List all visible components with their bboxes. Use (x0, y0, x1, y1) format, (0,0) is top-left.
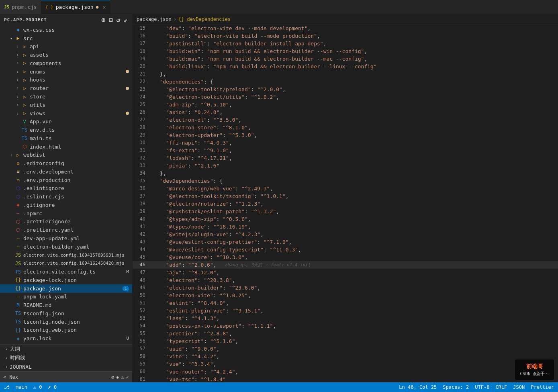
outline-section[interactable]: 大纲 (0, 345, 132, 353)
tree-item-packagelock[interactable]: {} package-lock.json (0, 276, 132, 284)
tree-item-label: webdist (23, 152, 45, 158)
tree-item-components[interactable]: ▷ components (0, 59, 132, 67)
tree-item-tsconfigjson[interactable]: TS tsconfig.json (0, 309, 132, 318)
new-folder-icon[interactable]: ⊟ (109, 16, 113, 24)
changes-badge: 1 (123, 286, 129, 291)
code-line-16: 16 "build": "electron-vite build --mode … (133, 32, 558, 40)
yml-file-icon: — (14, 294, 22, 300)
tree-item-views[interactable]: ▷ views (0, 109, 132, 118)
tab-pnpm[interactable]: JS pnpm.cjs (0, 0, 41, 14)
tree-item-tsconfignode[interactable]: TS tsconfig.node.json (0, 318, 132, 326)
tree-item-label: pnpm-lock.yaml (23, 294, 67, 300)
code-line-50: 50 "electron-vite": "^1.0.25", (133, 292, 558, 299)
watermark-line1: 前端哥 (520, 363, 549, 371)
tree-item-npmrc[interactable]: — .npmrc (0, 209, 132, 218)
tree-item-wx-css[interactable]: ◈ wx-css.css (0, 26, 132, 34)
tree-item-eslintignore[interactable]: ⬡ .eslintignore (0, 184, 132, 193)
tree-item-label: main.ts (30, 135, 52, 141)
eslint-file-icon: ⬡ (14, 194, 22, 200)
tree-item-eslintrc[interactable]: ⬡ .eslintrc.cjs (0, 192, 132, 201)
tree-item-electronvitets[interactable]: TS electron.vite.config.ts M (0, 267, 132, 276)
tree-item-enums[interactable]: ▷ enums (0, 67, 132, 76)
status-bar: ⎇ main ⚠ 0 ✗ 0 Ln 46, Col 25 Spaces: 2 U… (0, 382, 558, 392)
tree-item-electronbuilder[interactable]: — electron-builder.yaml (0, 243, 132, 251)
code-line-56: 56 "typescript": "^5.1.6", (133, 337, 558, 345)
folder-icon: ▷ (21, 60, 28, 66)
tree-item-api[interactable]: ▷ api (0, 43, 132, 51)
code-line-22: 22 "dependencies": { (133, 78, 558, 86)
json-file-icon: {} (14, 277, 22, 283)
folder-icon: ▷ (21, 69, 28, 74)
collapse-icon[interactable]: ↙ (124, 16, 128, 24)
tab-package-json[interactable]: { } package.json ● × (41, 0, 110, 14)
cursor-position: Ln 46, Col 25 (399, 384, 437, 390)
tree-item-editorconfig[interactable]: ⚙ .editorconfig (0, 159, 132, 167)
code-line-47: 47 "ajv": "^8.12.0", (133, 269, 558, 276)
refresh-icon[interactable]: ↺ (117, 16, 121, 24)
breadcrumb-symbol: {} devDependencies (178, 16, 231, 22)
code-line-36: 36 "@arco-design/web-vue": "^2.49.3", (133, 185, 558, 192)
code-line-20: 20 "build:linux": "npm run build && elec… (133, 63, 558, 70)
md-file-icon: M (14, 302, 22, 308)
tree-item-prettierignore[interactable]: ⬡ .prettierignore (0, 218, 132, 226)
code-line-28: 28 "electron-store": "^8.1.0", (133, 124, 558, 131)
code-line-15: 15 "dev": "electron-vite dev --mode deve… (133, 24, 558, 32)
journal-label: JOURNAL (10, 364, 32, 370)
tree-item-electronvite2[interactable]: JS electron.vite.config.1694162458420.mj… (0, 259, 132, 267)
tree-item-assets[interactable]: ▷ assets (0, 51, 132, 59)
tree-item-tsconfigweb[interactable]: {} tsconfig.web.json (0, 326, 132, 335)
warnings-count: ⚠ 0 (33, 384, 42, 390)
tree-item-router[interactable]: ▷ router (0, 84, 132, 92)
chevron-icon (3, 365, 10, 369)
sidebar: PC-APP-PROJECT ⊕ ⊟ ↺ ↙ ◈ wx-css.css ▶ sr… (0, 14, 133, 382)
ts-file-icon: TS (21, 135, 28, 141)
tree-item-label: tsconfig.json (23, 310, 64, 316)
journal-section[interactable]: JOURNAL (0, 362, 132, 371)
tree-item-label: components (30, 60, 61, 66)
tree-item-maints[interactable]: TS main.ts (0, 134, 132, 143)
tree-item-electronvite1[interactable]: JS electron.vite.config.1694157895931.mj… (0, 251, 132, 259)
code-line-24: 24 "@electron-toolkit/utils": "^1.0.2", (133, 93, 558, 101)
sidebar-header: PC-APP-PROJECT ⊕ ⊟ ↺ ↙ (0, 14, 132, 26)
tree-item-readme[interactable]: M README.md (0, 301, 132, 309)
code-line-53: 53 "less": "^4.1.3", (133, 314, 558, 322)
tree-item-store[interactable]: ▷ store (0, 92, 132, 101)
tree-item-packagejson[interactable]: {} package.json 1 (0, 284, 132, 293)
encoding: UTF-8 (475, 384, 489, 390)
tree-item-label: .env.development (23, 169, 74, 175)
code-line-19: 19 "build:mac": "npm run build && electr… (133, 55, 558, 63)
folder-icon: ▷ (21, 52, 28, 58)
new-file-icon[interactable]: ⊕ (101, 16, 106, 24)
timeline-section[interactable]: 时间线 (0, 353, 132, 362)
tree-item-appvue[interactable]: V App.vue (0, 117, 132, 126)
tree-item-src[interactable]: ▶ src (0, 34, 132, 43)
tree-item-label: package.json (23, 286, 61, 292)
chevron-icon (14, 69, 21, 74)
errors-count: ✗ 0 (48, 384, 57, 390)
code-line-21: 21 }, (133, 70, 558, 78)
code-line-55: 55 "prettier": "^2.8.8", (133, 330, 558, 337)
tree-item-label: electron.vite.config.1694157895931.mjs (23, 253, 125, 258)
tree-item-gitignore[interactable]: ◈ .gitignore (0, 201, 132, 209)
code-line-48: 48 "electron": "^20.3.8", (133, 276, 558, 284)
tree-item-devappupdate[interactable]: — dev-app-update.yml (0, 234, 132, 243)
chevron-icon (14, 78, 21, 82)
tree-item-utils[interactable]: ▷ utils (0, 101, 132, 109)
eslint-file-icon: ⬡ (14, 186, 22, 191)
tree-item-hooks[interactable]: ▷ hooks (0, 76, 132, 84)
tree-item-webdist[interactable]: ▷ webdist (0, 151, 132, 159)
tree-item-yarnlock[interactable]: ◈ yarn.lock U (0, 334, 132, 343)
tree-item-envprod[interactable]: ≡ .env.production (0, 176, 132, 184)
tree-item-indexhtml[interactable]: ⬡ index.html (0, 143, 132, 151)
tree-item-envdev[interactable]: ≡ .env.development (0, 167, 132, 176)
config-file-icon: ⚙ (14, 161, 22, 166)
modified-badge (126, 70, 129, 73)
close-tab-button[interactable]: × (102, 4, 106, 10)
code-line-37: 37 "@electron-toolkit/tsconfig": "^1.0.1… (133, 192, 558, 200)
code-line-23: 23 "@electron-toolkit/preload": "^2.0.0"… (133, 86, 558, 93)
tree-item-prettierrc[interactable]: ⬡ .prettierrc.yaml (0, 226, 132, 234)
code-editor[interactable]: 15 "dev": "electron-vite dev --mode deve… (133, 24, 558, 382)
tree-item-pnpmlock[interactable]: — pnpm-lock.yaml (0, 293, 132, 301)
tree-item-envd[interactable]: TS env.d.ts (0, 126, 132, 134)
tree-item-label: .gitignore (23, 202, 55, 208)
